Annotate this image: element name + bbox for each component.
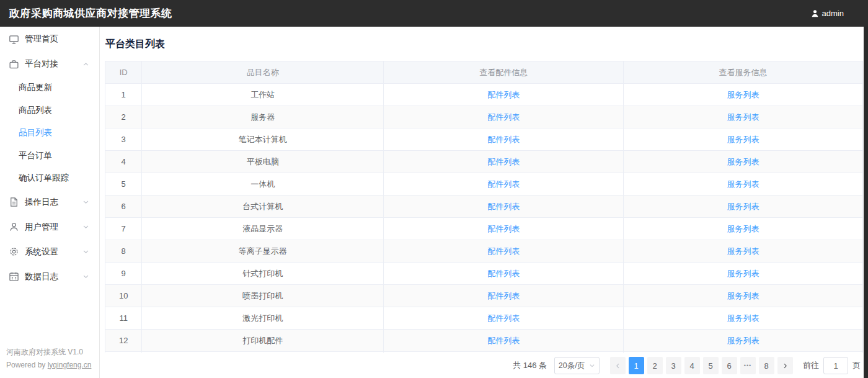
sidebar-subitem-label: 商品更新 — [19, 82, 52, 93]
cell-id: 4 — [105, 151, 142, 173]
cell-id: 2 — [105, 106, 142, 128]
goto-page-input[interactable] — [823, 357, 848, 374]
table-row-clipped — [105, 352, 863, 353]
page-button-1[interactable]: 1 — [629, 357, 644, 374]
sidebar-item-product-list[interactable]: 商品列表 — [0, 99, 99, 122]
service-list-link[interactable]: 服务列表 — [727, 291, 760, 300]
table-row: 6 台式计算机 配件列表 服务列表 — [105, 196, 863, 218]
sidebar-item-system-settings[interactable]: 系统设置 — [0, 240, 99, 264]
cell-name: 台式计算机 — [142, 196, 384, 218]
sidebar-subitem-label: 商品列表 — [19, 105, 52, 116]
pagination: 共 146 条 20条/页 1 2 3 4 5 6 ••• 8 前往 — [105, 357, 863, 374]
col-header-name: 品目名称 — [142, 61, 384, 84]
gear-icon — [9, 246, 19, 257]
accessory-list-link[interactable]: 配件列表 — [487, 269, 520, 278]
sidebar-item-user-management[interactable]: 用户管理 — [0, 215, 99, 240]
cell-name: 工作站 — [142, 84, 384, 106]
accessory-list-link[interactable]: 配件列表 — [487, 157, 520, 166]
sidebar-item-platform-docking[interactable]: 平台对接 — [0, 52, 99, 76]
service-list-link[interactable]: 服务列表 — [727, 336, 760, 345]
sidebar-item-label: 平台对接 — [25, 58, 58, 70]
cell-name: 服务器 — [142, 106, 384, 128]
accessory-list-link[interactable]: 配件列表 — [487, 224, 520, 233]
cell-name: 笔记本计算机 — [142, 128, 384, 151]
accessory-list-link[interactable]: 配件列表 — [487, 313, 520, 323]
service-list-link[interactable]: 服务列表 — [727, 246, 760, 256]
table-row: 5 一体机 配件列表 服务列表 — [105, 173, 863, 196]
accessory-list-link[interactable]: 配件列表 — [487, 179, 520, 189]
page-button-6[interactable]: 6 — [722, 357, 737, 374]
cell-id: 1 — [105, 84, 142, 106]
page-button-2[interactable]: 2 — [647, 357, 663, 374]
table-row: 3 笔记本计算机 配件列表 服务列表 — [105, 128, 863, 151]
accessory-list-link[interactable]: 配件列表 — [487, 135, 520, 144]
service-list-link[interactable]: 服务列表 — [727, 269, 760, 278]
page-button-3[interactable]: 3 — [666, 357, 681, 374]
accessory-list-link[interactable]: 配件列表 — [487, 90, 520, 99]
sidebar-item-data-log[interactable]: 数据日志 — [0, 264, 99, 289]
service-list-link[interactable]: 服务列表 — [727, 135, 760, 144]
accessory-list-link[interactable]: 配件列表 — [487, 291, 520, 300]
sidebar-item-label: 操作日志 — [25, 197, 58, 208]
sidebar-footer: 河南政府对接系统 V1.0 Powered by lyqingfeng.cn — [6, 346, 91, 371]
service-list-link[interactable]: 服务列表 — [727, 157, 760, 166]
page-size-select[interactable]: 20条/页 — [554, 357, 600, 374]
service-list-link[interactable]: 服务列表 — [727, 90, 760, 99]
table-row: 11 激光打印机 配件列表 服务列表 — [105, 307, 863, 330]
cell-id: 11 — [105, 307, 142, 330]
total-count: 共 146 条 — [513, 360, 547, 371]
sidebar-item-label: 用户管理 — [25, 222, 58, 233]
col-header-id: ID — [105, 61, 142, 84]
header-user-menu[interactable]: admin — [810, 9, 844, 18]
accessory-list-link[interactable]: 配件列表 — [487, 202, 520, 211]
col-header-service: 查看服务信息 — [624, 61, 863, 84]
service-list-link[interactable]: 服务列表 — [727, 179, 760, 189]
table-row: 10 喷墨打印机 配件列表 服务列表 — [105, 285, 863, 307]
sidebar: 管理首页 平台对接 商品更新 商品列表 品目列表 平台订单 确认订单跟踪 — [0, 27, 100, 378]
goto-suffix: 页 — [852, 360, 861, 371]
chevron-down-icon — [589, 362, 595, 369]
service-list-link[interactable]: 服务列表 — [727, 112, 760, 122]
chevron-down-icon — [82, 273, 89, 280]
cell-name: 激光打印机 — [142, 307, 384, 330]
sidebar-item-category-list[interactable]: 品目列表 — [0, 122, 99, 145]
sidebar-item-product-update[interactable]: 商品更新 — [0, 76, 99, 99]
powered-by-link[interactable]: lyqingfeng.cn — [48, 361, 92, 369]
sidebar-item-label: 系统设置 — [25, 246, 58, 258]
accessory-list-link[interactable]: 配件列表 — [487, 112, 520, 122]
sidebar-item-operation-log[interactable]: 操作日志 — [0, 190, 99, 215]
next-page-button[interactable] — [777, 357, 793, 374]
page-button-4[interactable]: 4 — [684, 357, 700, 374]
service-list-link[interactable]: 服务列表 — [727, 202, 760, 211]
sidebar-subitem-label: 品目列表 — [19, 127, 52, 138]
category-table: ID 品目名称 查看配件信息 查看服务信息 1 工作站 配件列表 服务列表 2 — [105, 61, 863, 353]
page-size-value: 20条/页 — [559, 361, 585, 371]
chevron-up-icon — [82, 61, 89, 68]
prev-page-button[interactable] — [610, 357, 626, 374]
cell-name: 打印机配件 — [142, 330, 384, 352]
app-title: 政府采购商城供应商对接管理系统 — [9, 6, 172, 20]
service-list-link[interactable]: 服务列表 — [727, 313, 760, 323]
page-button-5[interactable]: 5 — [703, 357, 719, 374]
table-row: 2 服务器 配件列表 服务列表 — [105, 106, 863, 128]
powered-by: Powered by lyqingfeng.cn — [6, 359, 91, 371]
main-content: 平台类目列表 ID 品目名称 查看配件信息 查看服务信息 1 工作站 — [100, 27, 868, 378]
cell-name: 液晶显示器 — [142, 218, 384, 240]
accessory-list-link[interactable]: 配件列表 — [487, 246, 520, 256]
more-pages-button[interactable]: ••• — [740, 357, 756, 374]
service-list-link[interactable]: 服务列表 — [727, 224, 760, 233]
sidebar-item-label: 数据日志 — [25, 271, 58, 282]
page-button-8[interactable]: 8 — [759, 357, 774, 374]
sidebar-item-platform-orders[interactable]: 平台订单 — [0, 145, 99, 168]
document-icon — [9, 197, 19, 207]
page-title: 平台类目列表 — [105, 38, 863, 51]
table-row: 9 针式打印机 配件列表 服务列表 — [105, 263, 863, 285]
goto-label: 前往 — [803, 360, 819, 371]
user-icon — [810, 9, 820, 18]
scrollbar[interactable] — [864, 27, 868, 378]
sidebar-item-order-tracking[interactable]: 确认订单跟踪 — [0, 167, 99, 190]
accessory-list-link[interactable]: 配件列表 — [487, 336, 520, 345]
cell-id: 9 — [105, 263, 142, 285]
cell-name: 喷墨打印机 — [142, 285, 384, 307]
sidebar-item-dashboard[interactable]: 管理首页 — [0, 27, 99, 52]
